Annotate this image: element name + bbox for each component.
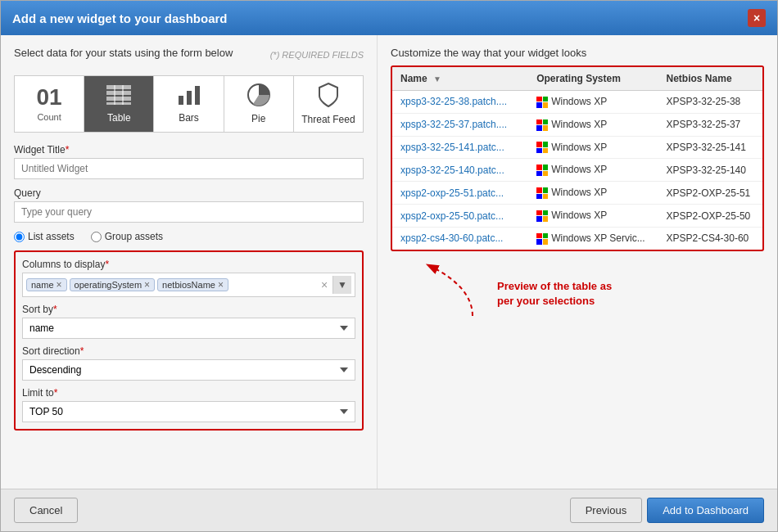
svg-rect-6 (179, 96, 183, 105)
widget-type-count[interactable]: 01 Count (15, 76, 84, 132)
table-icon (106, 84, 132, 109)
table-row: xpsp3-32-25-38.patch....Windows XPXPSP3-… (392, 91, 762, 114)
query-group: Query (14, 187, 364, 223)
cell-netbios: XPSP2-OXP-25-50 (658, 205, 762, 228)
group-assets-radio[interactable] (91, 232, 102, 242)
limit-to-select[interactable]: TOP 50 (22, 401, 355, 422)
windows-flag-icon (536, 119, 548, 131)
cell-name: xpsp2-cs4-30-60.patc... (392, 227, 528, 249)
query-label: Query (14, 187, 364, 199)
tag-os: operatingSystem × (70, 278, 156, 291)
cell-name: xpsp2-oxp-25-51.patc... (392, 182, 528, 205)
left-panel: Select data for your stats using the for… (1, 35, 378, 489)
bars-label: Bars (179, 112, 199, 124)
list-assets-option[interactable]: List assets (14, 231, 75, 242)
add-to-dashboard-button[interactable]: Add to Dashboard (647, 498, 764, 523)
table-label: Table (107, 112, 131, 124)
count-label: Count (37, 112, 61, 122)
sort-icon: ▼ (433, 74, 441, 83)
widget-title-group: Widget Title* (14, 144, 364, 179)
table-row: xpsp3-32-25-140.patc...Windows XPXPSP3-3… (392, 159, 762, 182)
arrow-visual (423, 263, 489, 320)
cell-os: Windows XP (528, 113, 658, 136)
columns-tag-input[interactable]: name × operatingSystem × netbiosName × × (22, 273, 355, 297)
list-assets-label: List assets (28, 231, 75, 242)
tag-name-remove[interactable]: × (57, 280, 62, 290)
windows-flag-icon (536, 142, 548, 153)
cell-os: Windows XP (528, 136, 658, 159)
asset-radio-group: List assets Group assets (14, 231, 364, 242)
group-assets-option[interactable]: Group assets (91, 231, 163, 242)
columns-section: Columns to display* name × operatingSyst… (14, 250, 364, 431)
cell-name: xpsp2-oxp-25-50.patc... (392, 205, 528, 228)
cell-os: Windows XP (528, 182, 658, 205)
svg-rect-8 (195, 86, 200, 105)
right-panel-title: Customize the way that your widget looks (391, 47, 764, 59)
right-panel: Customize the way that your widget looks… (378, 35, 777, 489)
shield-icon (318, 83, 339, 110)
windows-flag-icon (536, 165, 548, 176)
col-os-header[interactable]: Operating System (528, 67, 658, 91)
dialog: Add a new widget to your dashboard × Sel… (0, 0, 778, 532)
close-button[interactable]: × (748, 9, 766, 27)
svg-rect-7 (187, 91, 192, 105)
tag-netbios-remove[interactable]: × (218, 280, 224, 290)
columns-group: Columns to display* name × operatingSyst… (22, 259, 355, 297)
query-input[interactable] (14, 201, 364, 223)
widget-type-table[interactable]: Table (84, 76, 154, 132)
windows-flag-icon (536, 233, 548, 245)
windows-flag-icon (536, 187, 548, 199)
col-name-header[interactable]: Name ▼ (392, 67, 528, 91)
cell-netbios: XPSP2-OXP-25-51 (658, 182, 762, 205)
bars-icon (177, 84, 201, 109)
table-header-row: Name ▼ Operating System Netbios Name (392, 67, 762, 91)
table-row: xpsp2-oxp-25-51.patc...Windows XPXPSP2-O… (392, 182, 762, 205)
limit-to-group: Limit to* TOP 50 (22, 387, 355, 422)
pie-icon (247, 83, 270, 110)
preview-table-container: Name ▼ Operating System Netbios Name (391, 65, 764, 251)
cell-name: xpsp3-32-25-141.patc... (392, 136, 528, 159)
previous-button[interactable]: Previous (570, 498, 643, 523)
pie-label: Pie (251, 113, 265, 124)
col-netbios-header[interactable]: Netbios Name (658, 67, 762, 91)
annotation-arrow-svg (423, 263, 489, 320)
sort-by-group: Sort by* name (22, 304, 355, 339)
sort-direction-select[interactable]: Descending (22, 359, 355, 381)
cell-os: Windows XP (528, 159, 658, 182)
cell-os: Windows XP (528, 205, 658, 228)
cell-netbios: XPSP2-CS4-30-60 (658, 227, 762, 249)
widget-type-pie[interactable]: Pie (224, 76, 294, 132)
cell-name: xpsp3-32-25-38.patch.... (392, 91, 528, 114)
table-row: xpsp2-cs4-30-60.patc...Windows XP Servic… (392, 227, 762, 249)
cell-netbios: XPSP3-32-25-141 (658, 136, 762, 159)
group-assets-label: Group assets (105, 231, 163, 242)
tag-text-input[interactable] (231, 279, 316, 291)
cell-netbios: XPSP3-32-25-37 (658, 113, 762, 136)
widget-title-input[interactable] (14, 158, 364, 179)
sort-by-select[interactable]: name (22, 318, 355, 339)
cell-os: Windows XP Servic... (528, 227, 658, 249)
dialog-header: Add a new widget to your dashboard × (1, 1, 777, 35)
dialog-body: Select data for your stats using the for… (1, 35, 777, 489)
cell-netbios: XPSP3-32-25-38 (658, 91, 762, 114)
widget-type-bars[interactable]: Bars (154, 76, 224, 132)
cell-netbios: XPSP3-32-25-140 (658, 159, 762, 182)
table-row: xpsp3-32-25-37.patch....Windows XPXPSP3-… (392, 113, 762, 136)
widget-type-threatfeed[interactable]: Threat Feed (294, 76, 363, 132)
cancel-button[interactable]: Cancel (14, 498, 78, 523)
tag-netbios: netbiosName × (157, 278, 228, 291)
cell-os: Windows XP (528, 91, 658, 114)
tag-dropdown-button[interactable]: ▼ (332, 276, 351, 294)
tag-os-remove[interactable]: × (144, 280, 150, 290)
tag-name: name × (26, 278, 67, 291)
threatfeed-label: Threat Feed (301, 114, 355, 125)
windows-flag-icon (536, 210, 548, 222)
svg-rect-3 (106, 102, 131, 105)
columns-label: Columns to display* (22, 259, 355, 270)
sort-by-label: Sort by* (22, 304, 355, 315)
list-assets-radio[interactable] (14, 232, 25, 242)
dialog-title: Add a new widget to your dashboard (12, 11, 228, 25)
count-value: 01 (37, 86, 62, 109)
tag-clear-button[interactable]: × (319, 278, 330, 291)
left-panel-title: Select data for your stats using the for… (14, 47, 233, 59)
